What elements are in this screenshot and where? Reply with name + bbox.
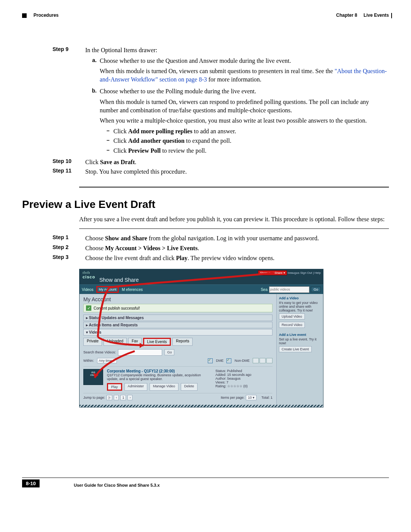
prev-page-button[interactable]: ‹ — [114, 395, 119, 400]
text: for more information. — [207, 76, 261, 83]
tab-live-events[interactable]: Live Events — [143, 338, 171, 346]
view-mode-icons — [253, 358, 272, 363]
user-links[interactable]: beaugus Sign Out | Help — [288, 271, 321, 275]
timeframe-select[interactable]: Any time ▾ — [97, 358, 117, 363]
success-text: Content publish successful! — [94, 306, 140, 310]
label: Items per page: — [221, 396, 245, 399]
create-live-event-button[interactable]: Create Live Event — [279, 346, 312, 352]
text: Click — [113, 128, 128, 134]
drawer-videos[interactable]: ▾ Videos — [83, 329, 272, 335]
value: 15 seconds ago — [227, 373, 252, 377]
step-label: Step 1 — [22, 234, 85, 243]
body-text: When you write a multiple-choice questio… — [100, 117, 389, 125]
torn-edge-icon — [80, 405, 323, 407]
label: Status: — [215, 369, 226, 373]
label: Views: — [215, 380, 225, 384]
text: . — [198, 245, 199, 251]
tab-reports[interactable]: Reports — [172, 338, 193, 346]
tab-private[interactable]: Private — [83, 338, 102, 346]
video-title[interactable]: Corporate Meeting - Q1FY12 (2:30:00) — [107, 369, 212, 373]
label-dme: DME — [216, 359, 223, 363]
page-title: My Account — [83, 296, 272, 302]
dash-icon: – — [107, 127, 113, 136]
logo-text: cisco — [83, 275, 95, 279]
nav-preferences[interactable]: M eferences — [122, 288, 143, 292]
value: 7 — [226, 380, 228, 384]
thin-rule — [79, 228, 389, 229]
dash-icon: – — [107, 137, 113, 145]
checkbox-dme[interactable] — [208, 358, 213, 363]
body-text: Choose whether to use the Polling module… — [100, 87, 389, 96]
bullet: – Click Add another question to expand t… — [100, 137, 389, 145]
page-header: Procedures Chapter 8 Live Events — [22, 13, 389, 23]
text: Choose — [85, 235, 105, 241]
video-description: Q1FY12 Companywide meeting. Business upd… — [107, 373, 212, 381]
total-count: Total: 1 — [261, 396, 272, 399]
section-intro: After you save a live event draft and be… — [79, 215, 389, 224]
section-name: Procedures — [33, 13, 59, 18]
ui-term: Show and Share — [105, 235, 147, 241]
play-button[interactable]: Play — [107, 383, 122, 391]
product-switcher[interactable]: Show and Share ▾ — [258, 270, 287, 275]
chapter-number: Chapter 8 — [336, 13, 357, 18]
sidebar: Add a Video It's easy to get your video … — [276, 294, 323, 405]
tab-favorites[interactable]: Fav — [128, 338, 142, 346]
main-panel: My Account ✓ Content publish successful!… — [80, 294, 276, 405]
list-view-icon[interactable] — [253, 358, 259, 363]
ui-term: Add more polling replies — [128, 128, 193, 134]
detail-view-icon[interactable] — [266, 358, 272, 363]
preview-step-3: Step 3 Choose the live event draft and c… — [22, 254, 389, 262]
page-footer: 8-10 User Guide for Cisco Show and Share… — [22, 478, 389, 487]
value: Published — [227, 369, 242, 373]
sidebar-heading: Add a Video — [279, 296, 321, 300]
page-number[interactable]: 1 — [120, 395, 126, 400]
manage-video-button[interactable]: Manage Video — [150, 383, 178, 391]
ui-term: Preview Poll — [128, 147, 161, 154]
administer-button[interactable]: Administer — [124, 383, 148, 391]
record-video-button[interactable]: Record Video — [279, 322, 305, 328]
ui-term: Add another question — [128, 137, 185, 144]
go-button[interactable]: Go — [311, 287, 321, 292]
success-banner: ✓ Content publish successful! — [83, 304, 272, 312]
drawer-action-items[interactable]: ▸ Action Items and Requests — [83, 322, 272, 328]
video-search-input[interactable] — [118, 349, 162, 356]
sidebar-text: Set up a live event. Try it now! — [279, 337, 321, 345]
star-rating-icon: ☆☆☆☆☆ (0) — [227, 384, 248, 388]
next-page-button[interactable]: › — [127, 395, 132, 400]
nav-my-account[interactable]: My Account — [96, 286, 119, 293]
body-text: Stop. You have completed this procedure. — [85, 168, 389, 176]
nav-videos[interactable]: Videos — [82, 288, 93, 292]
search-label: Sea — [261, 288, 268, 292]
sidebar-text: It's easy to get your video online and s… — [279, 301, 321, 312]
text: Choose the live event draft and click — [85, 255, 176, 261]
label: Author: — [215, 377, 226, 380]
delete-button[interactable]: Delete — [181, 383, 198, 391]
text: . The preview video window opens. — [188, 255, 275, 261]
video-thumbnail[interactable]: ılıılıcisco — [83, 369, 103, 385]
first-page-button[interactable]: |‹ — [107, 395, 112, 400]
value: beaugus — [228, 377, 241, 380]
global-nav: Videos My Account M eferences Sea Go — [80, 284, 323, 294]
checkbox-nondme[interactable] — [226, 358, 231, 363]
step-label: Step 9 — [22, 46, 85, 157]
sub-item-b: b. Choose whether to use the Polling mod… — [85, 87, 389, 156]
ui-term: Save as Draft — [100, 159, 135, 165]
logo-bars: ılıılı — [83, 271, 90, 275]
step-label: Step 11 — [22, 168, 85, 176]
text: from the global navigation. Log in with … — [147, 235, 319, 241]
global-search: Sea Go — [261, 286, 321, 293]
search-input[interactable] — [269, 286, 309, 293]
filter-row: Within: Any time ▾ DME Non-DME — [83, 358, 272, 363]
grid-view-icon[interactable] — [260, 358, 266, 363]
upload-video-button[interactable]: Upload Video — [279, 313, 305, 320]
tab-uploaded[interactable]: Uploaded — [104, 338, 127, 346]
app-title: Show and Share — [99, 277, 320, 283]
step-label: Step 2 — [22, 244, 85, 252]
go-button[interactable]: Go — [164, 349, 174, 355]
drawer-status-updates[interactable]: ▸ Status Updates and Messages — [83, 315, 272, 321]
video-metadata: Status: Published Added: 15 seconds ago … — [215, 369, 272, 391]
sub-label: a. — [85, 57, 100, 86]
items-per-page-select[interactable]: 10 ▾ — [246, 395, 256, 400]
chapter-title: Live Events — [363, 13, 389, 18]
label: Jump to page: — [83, 396, 105, 399]
